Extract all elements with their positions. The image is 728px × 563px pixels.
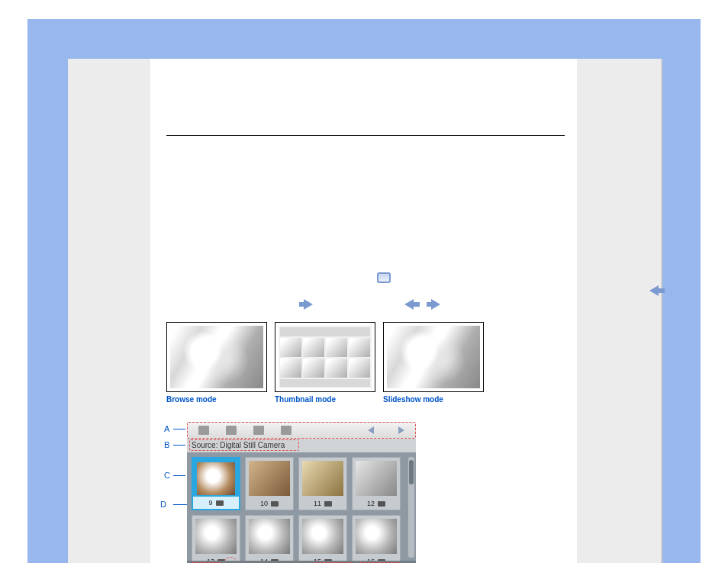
scrollbar[interactable] <box>408 457 414 558</box>
toolbar-icon[interactable] <box>198 426 209 435</box>
thumb-number: 11 <box>314 500 321 507</box>
slideshow-icon <box>377 272 391 283</box>
mode-label-slideshow: Slideshow mode <box>383 395 484 404</box>
thumb-number: 10 <box>260 500 268 507</box>
thumb-number: 9 <box>208 499 212 507</box>
callout-B: B <box>164 440 169 449</box>
thumbnail-image <box>356 461 397 496</box>
thumbnail-card[interactable]: 10 <box>245 457 294 510</box>
page-background: Browse mode Thumbnail mode Slidesho <box>27 19 701 563</box>
callout-A: A <box>164 424 169 433</box>
camera-icon <box>378 501 385 507</box>
thumbnail-ui-figure: A B C D Source: Digital Still Came <box>187 422 417 563</box>
callout-D: D <box>160 500 166 509</box>
scrollbar-handle[interactable] <box>409 460 414 484</box>
mode-card-slideshow: Slideshow mode <box>383 322 484 404</box>
mode-frame <box>166 322 267 392</box>
thumb-number: 12 <box>367 500 375 507</box>
toolbar-icon[interactable] <box>253 426 264 435</box>
toolbar <box>187 422 416 439</box>
thumbnail-card[interactable]: 14 <box>245 515 294 563</box>
thumbnail-card[interactable]: 16 <box>352 515 401 563</box>
thumbnail-image <box>356 519 397 554</box>
mode-card-thumbnail: Thumbnail mode <box>275 322 375 404</box>
thumbnail-grid: 9 10 11 12 1 <box>192 457 411 563</box>
page-margin-left <box>69 59 150 563</box>
thumbnail-card[interactable]: 9 <box>192 457 240 510</box>
arrow-right-icon <box>304 299 313 310</box>
thumbnail-image <box>249 461 290 496</box>
mode-image-slideshow <box>387 326 480 388</box>
arrow-left-icon <box>649 285 659 296</box>
thumbnail-card[interactable]: 11 <box>298 457 347 510</box>
mode-image-thumbnail <box>279 326 372 388</box>
arrow-left-icon <box>404 299 414 310</box>
page-margin-right <box>577 59 661 563</box>
thumbnail-image <box>302 461 343 496</box>
thumbnail-image <box>249 519 290 554</box>
thumbnail-card[interactable]: 15 <box>298 515 347 563</box>
source-label: Source: Digital Still Camera <box>192 441 285 449</box>
camera-icon <box>216 500 224 506</box>
camera-icon <box>324 501 332 507</box>
toolbar-prev-icon[interactable] <box>368 426 374 434</box>
thumbnail-image <box>195 519 237 554</box>
mode-image-browse <box>170 326 263 388</box>
mode-frame <box>275 322 375 392</box>
thumbnail-image <box>197 462 235 495</box>
mode-card-browse: Browse mode <box>166 322 267 404</box>
camera-icon <box>271 501 279 507</box>
toolbar-next-icon[interactable] <box>398 426 404 434</box>
callout-C: C <box>164 471 170 480</box>
arrow-right-icon <box>431 299 440 310</box>
source-bar: Source: Digital Still Camera <box>187 439 416 452</box>
mode-frame <box>383 322 484 392</box>
thumbnail-grid-area: 9 10 11 12 1 <box>187 452 416 563</box>
mode-examples-row: Browse mode Thumbnail mode Slidesho <box>166 322 484 404</box>
mode-label-browse: Browse mode <box>166 395 267 404</box>
toolbar-icon[interactable] <box>226 426 237 435</box>
thumbnail-card[interactable]: 12 <box>352 457 401 510</box>
thumbnail-image <box>302 519 343 554</box>
horizontal-rule <box>166 135 565 136</box>
toolbar-icon[interactable] <box>281 426 292 435</box>
thumbnail-card[interactable]: 13 <box>192 515 240 563</box>
document-page: Browse mode Thumbnail mode Slidesho <box>69 59 661 563</box>
mode-label-thumbnail: Thumbnail mode <box>275 395 375 404</box>
